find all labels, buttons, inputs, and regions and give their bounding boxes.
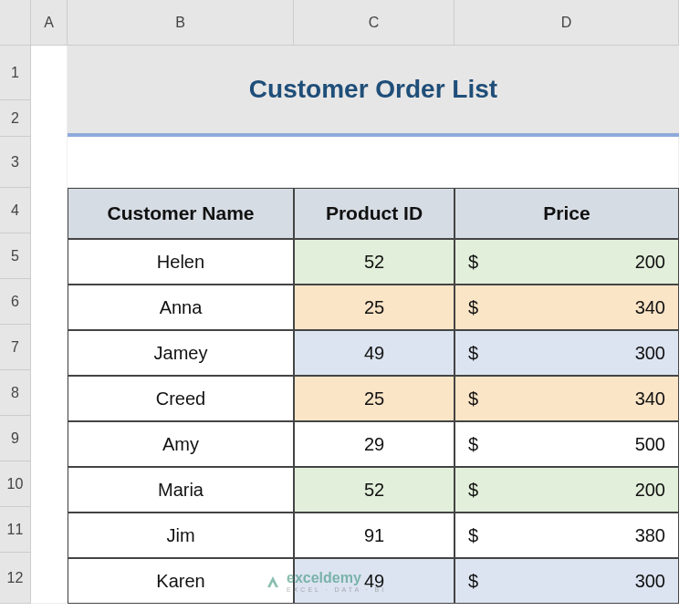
row-header-6[interactable]: 6 (0, 279, 31, 325)
cell-price[interactable]: $340 (454, 285, 679, 330)
cell-name[interactable]: Jim (68, 513, 294, 558)
col-header-B[interactable]: B (68, 0, 294, 46)
row-header-1[interactable]: 1 (0, 46, 31, 100)
row-header-10[interactable]: 10 (0, 461, 31, 507)
cell-pid[interactable]: 25 (294, 376, 454, 421)
row-header-12[interactable]: 12 (0, 553, 31, 604)
price-value: 340 (635, 297, 665, 318)
cell-pid[interactable]: 49 (294, 330, 454, 376)
col-A-blank[interactable] (31, 46, 68, 604)
th-product-id[interactable]: Product ID (294, 188, 454, 239)
cell-pid[interactable]: 52 (294, 467, 454, 513)
th-price[interactable]: Price (454, 188, 679, 239)
cell-price[interactable]: $200 (454, 467, 679, 513)
row-header-7[interactable]: 7 (0, 325, 31, 370)
th-customer-name[interactable]: Customer Name (68, 188, 294, 239)
price-value: 300 (635, 571, 665, 592)
cell-price[interactable]: $340 (454, 376, 679, 421)
cell-price[interactable]: $200 (454, 239, 679, 285)
col-header-D[interactable]: D (454, 0, 679, 46)
select-all-corner[interactable] (0, 0, 31, 46)
currency-symbol: $ (468, 434, 478, 455)
cell-name[interactable]: Creed (68, 376, 294, 421)
cell-price[interactable]: $380 (454, 513, 679, 558)
cell-name[interactable]: Jamey (68, 330, 294, 376)
page-title: Customer Order List (249, 75, 497, 104)
spreadsheet-grid: A B C D 1 2 3 4 5 6 7 8 9 10 11 12 Custo… (0, 0, 700, 604)
order-table: Customer Name Product ID Price Helen 52 … (68, 188, 679, 604)
cell-pid[interactable]: 25 (294, 285, 454, 330)
cell-name[interactable]: Maria (68, 467, 294, 513)
col-header-A[interactable]: A (31, 0, 68, 46)
price-value: 300 (635, 343, 665, 364)
row-header-3[interactable]: 3 (0, 137, 31, 188)
currency-symbol: $ (468, 388, 478, 409)
currency-symbol: $ (468, 525, 478, 546)
row-header-4[interactable]: 4 (0, 188, 31, 233)
currency-symbol: $ (468, 571, 478, 592)
cell-pid[interactable]: 29 (294, 421, 454, 467)
col-header-C[interactable]: C (294, 0, 454, 46)
row-header-8[interactable]: 8 (0, 370, 31, 416)
cell-price[interactable]: $300 (454, 558, 679, 604)
row-header-9[interactable]: 9 (0, 416, 31, 461)
cell-pid[interactable]: 91 (294, 513, 454, 558)
blank-row-3[interactable] (68, 137, 679, 188)
cell-name[interactable]: Karen (68, 558, 294, 604)
price-value: 200 (635, 252, 665, 273)
currency-symbol: $ (468, 343, 478, 364)
cell-price[interactable]: $500 (454, 421, 679, 467)
cell-pid[interactable]: 52 (294, 239, 454, 285)
row-header-11[interactable]: 11 (0, 507, 31, 553)
cell-name[interactable]: Helen (68, 239, 294, 285)
currency-symbol: $ (468, 252, 478, 273)
price-value: 500 (635, 434, 665, 455)
cell-price[interactable]: $300 (454, 330, 679, 376)
price-value: 200 (635, 480, 665, 501)
price-value: 380 (635, 525, 665, 546)
cell-name[interactable]: Amy (68, 421, 294, 467)
price-value: 340 (635, 388, 665, 409)
currency-symbol: $ (468, 480, 478, 501)
cell-name[interactable]: Anna (68, 285, 294, 330)
currency-symbol: $ (468, 297, 478, 318)
row-header-2[interactable]: 2 (0, 100, 31, 137)
row-header-5[interactable]: 5 (0, 233, 31, 279)
cell-pid[interactable]: 49 (294, 558, 454, 604)
title-merged-cell[interactable]: Customer Order List (68, 46, 679, 137)
